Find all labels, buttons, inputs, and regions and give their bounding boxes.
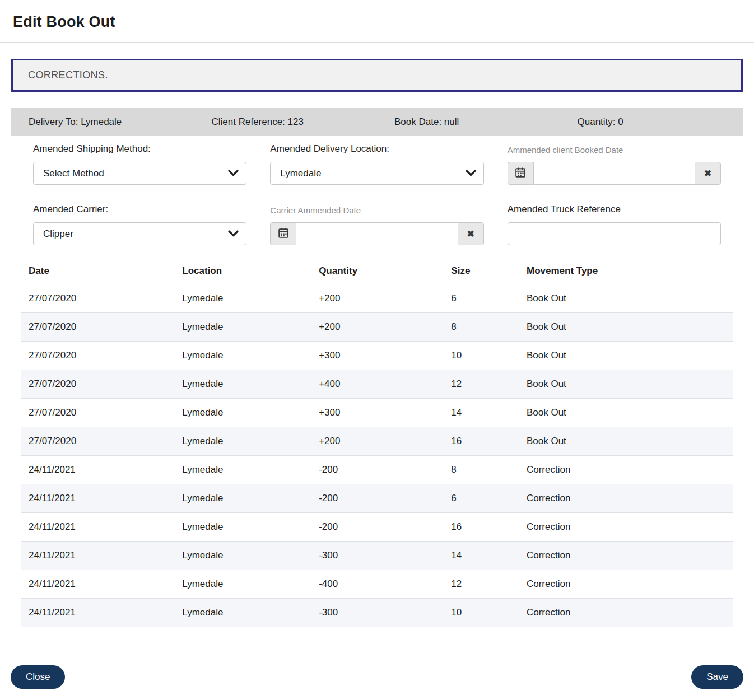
save-button[interactable]: Save <box>691 665 743 689</box>
movements-table-body: 27/07/2020Lymedale+2006Book Out27/07/202… <box>21 284 733 627</box>
table-header-row: DateLocationQuantitySizeMovement Type <box>21 262 733 284</box>
corrections-banner: CORRECTIONS. <box>11 59 743 92</box>
table-cell: Correction <box>519 542 733 570</box>
table-cell: Correction <box>519 456 733 484</box>
table-row: 27/07/2020Lymedale+2008Book Out <box>21 313 733 342</box>
column-header: Quantity <box>311 262 444 284</box>
table-cell: Lymedale <box>175 342 311 370</box>
table-cell: Lymedale <box>175 284 311 313</box>
table-cell: Lymedale <box>175 370 311 399</box>
carrier-label: Amended Carrier: <box>33 204 246 215</box>
table-row: 24/11/2021Lymedale-30014Correction <box>21 542 733 570</box>
clear-icon: ✖ <box>704 168 711 179</box>
table-cell: +200 <box>311 427 444 456</box>
summary-delivery-to: Delivery To: Lymedale <box>11 116 194 128</box>
chevron-down-icon <box>228 168 239 179</box>
delivery-location-select[interactable]: Lymedale <box>270 162 483 185</box>
field-shipping-method: Amended Shipping Method: Select Method <box>33 143 246 185</box>
table-cell: Book Out <box>519 399 733 427</box>
table-cell: Lymedale <box>175 427 311 456</box>
table-cell: Book Out <box>519 313 733 342</box>
summary-client-reference: Client Reference: 123 <box>194 116 378 128</box>
table-cell: Lymedale <box>175 399 311 427</box>
table-cell: Lymedale <box>175 599 311 627</box>
summary-book-date: Book Date: null <box>377 116 560 128</box>
shipping-method-select[interactable]: Select Method <box>33 162 246 185</box>
chevron-down-icon <box>466 168 476 179</box>
calendar-button[interactable] <box>508 162 534 185</box>
summary-quantity: Quantity: 0 <box>560 116 743 128</box>
truck-reference-input[interactable] <box>508 222 721 245</box>
table-cell: 24/11/2021 <box>21 542 175 570</box>
table-cell: -200 <box>311 456 444 484</box>
table-cell: Lymedale <box>175 570 311 599</box>
table-cell: 10 <box>444 342 519 370</box>
carrier-date-input[interactable] <box>296 222 458 245</box>
table-cell: 12 <box>444 370 519 399</box>
table-cell: 14 <box>444 542 519 570</box>
table-cell: Book Out <box>519 284 733 313</box>
table-row: 24/11/2021Lymedale-30010Correction <box>21 599 733 627</box>
table-cell: -300 <box>311 542 444 570</box>
column-header: Date <box>21 262 175 284</box>
table-row: 27/07/2020Lymedale+30014Book Out <box>21 399 733 427</box>
table-cell: 16 <box>444 427 519 456</box>
table-cell: -300 <box>311 599 444 627</box>
table-cell: Lymedale <box>175 513 311 542</box>
clear-date-button[interactable]: ✖ <box>458 222 484 245</box>
client-booked-date-input[interactable] <box>534 162 695 185</box>
field-carrier: Amended Carrier: Clipper <box>33 204 246 245</box>
table-cell: 24/11/2021 <box>21 456 175 484</box>
table-cell: Correction <box>519 599 733 627</box>
table-cell: +300 <box>311 342 444 370</box>
table-cell: 6 <box>444 484 519 513</box>
truck-reference-label: Amended Truck Reference <box>508 204 721 215</box>
column-header: Movement Type <box>519 262 733 284</box>
table-row: 27/07/2020Lymedale+30010Book Out <box>21 342 733 370</box>
summary-bar: Delivery To: Lymedale Client Reference: … <box>11 108 743 136</box>
calendar-icon <box>515 167 525 180</box>
close-button[interactable]: Close <box>11 665 65 689</box>
table-cell: Correction <box>519 513 733 542</box>
modal-header: Edit Book Out <box>0 0 754 43</box>
table-row: 24/11/2021Lymedale-20016Correction <box>21 513 733 542</box>
column-header: Location <box>175 262 311 284</box>
shipping-method-value: Select Method <box>43 168 104 179</box>
shipping-method-label: Amended Shipping Method: <box>33 143 246 155</box>
table-cell: Book Out <box>519 370 733 399</box>
field-truck-reference: Amended Truck Reference <box>508 204 721 245</box>
carrier-value: Clipper <box>43 228 73 240</box>
table-cell: 8 <box>444 313 519 342</box>
calendar-button[interactable] <box>270 222 296 245</box>
table-row: 24/11/2021Lymedale-40012Correction <box>21 570 733 599</box>
table-cell: 6 <box>444 284 519 313</box>
table-cell: 27/07/2020 <box>21 427 175 456</box>
table-cell: 8 <box>444 456 519 484</box>
table-cell: +300 <box>311 399 444 427</box>
table-row: 24/11/2021Lymedale-2008Correction <box>21 456 733 484</box>
table-cell: 24/11/2021 <box>21 513 175 542</box>
chevron-down-icon <box>228 228 239 240</box>
field-delivery-location: Amended Delivery Location: Lymedale <box>270 143 483 185</box>
client-booked-date-label: Ammended client Booked Date <box>508 145 721 155</box>
page-title: Edit Book Out <box>13 13 741 31</box>
table-cell: 24/11/2021 <box>21 570 175 599</box>
table-cell: Book Out <box>519 427 733 456</box>
table-cell: -400 <box>311 570 444 599</box>
field-carrier-date: Carrier Ammended Date ✖ <box>270 204 483 245</box>
table-cell: 27/07/2020 <box>21 284 175 313</box>
table-cell: Lymedale <box>175 542 311 570</box>
table-cell: +200 <box>311 313 444 342</box>
clear-date-button[interactable]: ✖ <box>695 162 721 185</box>
delivery-location-value: Lymedale <box>280 168 321 179</box>
table-cell: Correction <box>519 570 733 599</box>
carrier-select[interactable]: Clipper <box>33 222 246 245</box>
table-cell: -200 <box>311 513 444 542</box>
table-cell: 24/11/2021 <box>21 599 175 627</box>
field-client-booked-date: Ammended client Booked Date ✖ <box>508 143 721 185</box>
table-row: 27/07/2020Lymedale+2006Book Out <box>21 284 733 313</box>
table-cell: +200 <box>311 284 444 313</box>
table-cell: 27/07/2020 <box>21 342 175 370</box>
table-cell: Correction <box>519 484 733 513</box>
table-row: 27/07/2020Lymedale+40012Book Out <box>21 370 733 399</box>
